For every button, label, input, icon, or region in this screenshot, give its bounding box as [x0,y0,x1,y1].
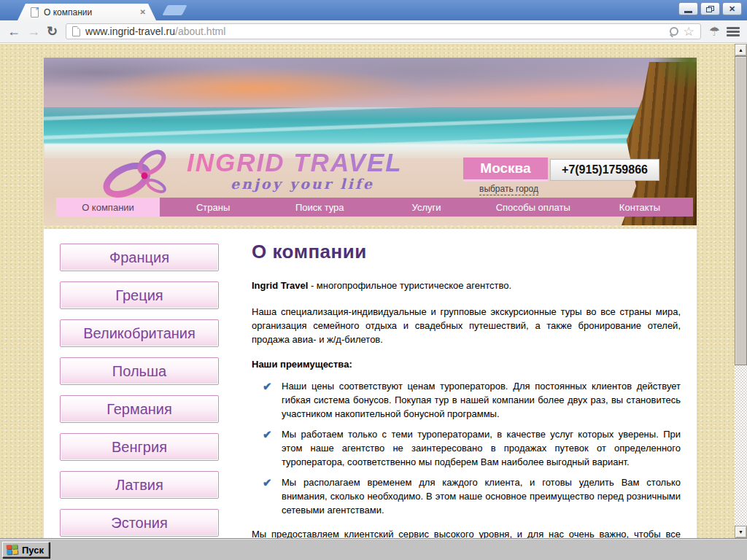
sidebar-country-poland[interactable]: Польша [60,357,219,385]
tab-title: О компании [44,7,135,18]
check-icon: ✔ [263,379,275,421]
close-icon: ✕ [729,4,735,14]
nav-item-payment[interactable]: Способы оплаты [480,198,587,217]
browser-tab[interactable]: О компании ✕ [18,4,156,20]
window-controls: ✕ [678,2,742,15]
main-content: О компании Ingrid Travel - многопрофильн… [252,241,681,538]
advantage-text-1: Наши цены соответствуют ценам туроперато… [282,379,681,421]
header-beach-photo: INGRID TRAVEL enjoy your life Москва +7(… [44,58,697,225]
nav-item-countries[interactable]: Страны [160,198,266,217]
close-button[interactable]: ✕ [722,2,742,15]
browser-toolbar: ← → ↻ www.ingrid-travel.ru/about.html ☆ … [0,20,747,43]
restore-icon [706,6,714,12]
sidebar-country-france[interactable]: Франция [60,244,219,271]
nav-item-about[interactable]: О компании [56,198,160,217]
advantage-text-3: Мы располагаем временем для каждого клие… [282,475,681,517]
page-viewport: INGRID TRAVEL enjoy your life Москва +7(… [0,44,747,538]
advantage-text-2: Мы работаем только с теми туроператорами… [282,427,681,469]
phone-number: +7(915)1759866 [550,159,659,181]
sidebar-country-hungary[interactable]: Венгрия [60,433,219,461]
restore-button[interactable] [700,2,720,15]
tab-close-icon[interactable]: ✕ [140,8,146,16]
new-tab-button[interactable] [162,5,187,15]
extension-umbrella-icon[interactable]: ☂ [709,26,720,38]
country-sidebar: Франция Греция Великобритания Польша Гер… [60,244,219,537]
photo-cliff-moss [653,58,697,91]
minimize-icon [684,11,692,13]
scrollbar-thumb[interactable] [735,56,747,365]
nav-item-tour-search[interactable]: Поиск тура [266,198,373,217]
nav-item-contacts[interactable]: Контакты [587,198,693,217]
sidebar-country-greece[interactable]: Греция [60,281,219,309]
check-icon: ✔ [263,427,275,469]
page-favicon-icon [31,7,39,18]
description-paragraph: Наша специализация-индивидуальные и груп… [252,305,681,346]
vertical-scrollbar[interactable]: ▲ ▼ [735,44,747,538]
address-bar[interactable]: www.ingrid-travel.ru/about.html ☆ [66,23,701,39]
photo-sky [44,58,697,107]
browser-menu-icon[interactable] [727,27,740,36]
windows-logo-icon [6,544,19,556]
intro-paragraph: Ingrid Travel - многопрофильное туристич… [252,279,681,292]
scroll-down-icon[interactable]: ▼ [735,526,747,538]
intro-rest: - многопрофильное туристическое агентств… [308,280,511,291]
taskbar: Пуск [0,538,747,560]
choose-city-link[interactable]: выбрать город [479,184,538,195]
browser-tab-strip: О компании ✕ ✕ [0,0,747,20]
sidebar-country-germany[interactable]: Германия [60,395,219,423]
main-navigation: О компании Страны Поиск тура Услуги Спос… [56,198,693,217]
sidebar-country-estonia[interactable]: Эстония [60,509,219,537]
sidebar-country-latvia[interactable]: Латвия [60,471,219,499]
reload-button[interactable]: ↻ [47,25,58,38]
bookmark-star-icon[interactable]: ☆ [684,26,694,38]
forward-button[interactable]: → [27,25,40,38]
scroll-up-icon[interactable]: ▲ [735,44,747,56]
city-button[interactable]: Москва [463,158,548,182]
closing-paragraph: Мы предоставляем клиентский сервис высок… [252,527,681,538]
start-button[interactable]: Пуск [2,542,50,558]
site-container: INGRID TRAVEL enjoy your life Москва +7(… [44,58,697,538]
search-icon[interactable] [669,27,678,36]
butterfly-logo-icon [101,147,182,202]
advantage-item-3: ✔ Мы располагаем временем для каждого кл… [252,475,681,517]
url-page-icon [72,26,80,36]
nav-item-services[interactable]: Услуги [373,198,479,217]
page-title: О компании [252,241,681,263]
url-host: www.ingrid-travel.ru [85,26,175,37]
advantage-item-2: ✔ Мы работаем только с теми туроператора… [252,427,681,469]
site-logo[interactable]: INGRID TRAVEL enjoy your life [101,145,407,203]
start-label: Пуск [22,545,44,556]
brand-tagline: enjoy your life [231,176,374,192]
check-icon: ✔ [263,475,275,517]
url-path: /about.html [175,26,225,37]
photo-sea [44,107,697,144]
intro-brand-bold: Ingrid Travel [252,280,308,291]
minimize-button[interactable] [678,2,698,15]
url-text[interactable]: www.ingrid-travel.ru/about.html [85,26,225,37]
advantages-heading: Наши преимущества: [252,359,681,370]
sidebar-country-uk[interactable]: Великобритания [60,319,219,347]
brand-name: INGRID TRAVEL [187,148,403,177]
browser-window: О компании ✕ ✕ ← → ↻ www.ingrid-travel.r… [0,0,747,538]
back-button[interactable]: ← [7,25,20,38]
content-card: Франция Греция Великобритания Польша Гер… [44,229,697,538]
advantage-item-1: ✔ Наши цены соответствуют ценам туропера… [252,379,681,421]
